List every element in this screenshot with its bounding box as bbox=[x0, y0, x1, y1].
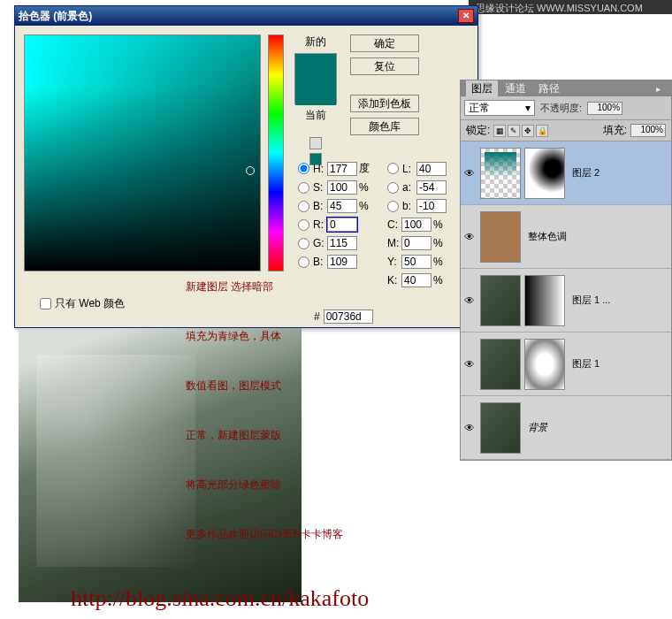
hex-label: # bbox=[314, 310, 320, 323]
color-picker-dialog: 拾色器 (前景色) ✕ 新的 当前 确定 复位 添加到色板 颜色库 bbox=[14, 5, 478, 328]
color-preview bbox=[294, 53, 337, 104]
h-input[interactable] bbox=[327, 162, 357, 176]
lock-transparent-icon[interactable]: ▦ bbox=[493, 125, 506, 137]
layer-mask bbox=[524, 148, 565, 199]
tab-layers[interactable]: 图层 bbox=[466, 80, 498, 97]
color-field[interactable] bbox=[24, 34, 261, 271]
layers-panel: 图层 通道 路径 ▸ 正常▾ 不透明度: 100% 锁定: ▦ ✎ ✥ 🔒 填充… bbox=[460, 80, 672, 461]
cancel-button[interactable]: 复位 bbox=[350, 57, 419, 75]
radio-a[interactable] bbox=[387, 182, 399, 194]
r-input[interactable] bbox=[327, 218, 357, 232]
color-values-grid: H:度 L: S:% a: B:% b: R: C:% G: M:% B: Y:… bbox=[298, 161, 466, 292]
warning-cube-icon[interactable] bbox=[309, 137, 322, 149]
layer-thumb bbox=[480, 339, 521, 390]
layer-row[interactable]: 👁 背景 bbox=[461, 396, 671, 460]
layer-thumb bbox=[480, 275, 521, 326]
visibility-icon[interactable]: 👁 bbox=[462, 358, 477, 371]
watermark-header: 思缘设计论坛 WWW.MISSYUAN.COM bbox=[469, 0, 672, 14]
dialog-titlebar[interactable]: 拾色器 (前景色) ✕ bbox=[15, 6, 477, 26]
c-input[interactable] bbox=[401, 218, 431, 232]
current-color-swatch bbox=[295, 80, 336, 105]
radio-bb[interactable] bbox=[387, 201, 399, 212]
layer-row[interactable]: 👁 图层 2 bbox=[461, 141, 671, 205]
lock-paint-icon[interactable]: ✎ bbox=[508, 125, 520, 137]
web-only-checkbox[interactable] bbox=[40, 298, 51, 310]
radio-h[interactable] bbox=[298, 163, 309, 174]
bb-input[interactable] bbox=[416, 199, 447, 213]
url-text: http://blog.sina.com.cn/kakafoto bbox=[71, 585, 369, 612]
l-input[interactable] bbox=[416, 162, 447, 176]
current-color-label: 当前 bbox=[305, 108, 326, 123]
chevron-down-icon: ▾ bbox=[525, 102, 531, 114]
y-input[interactable] bbox=[401, 255, 431, 269]
layer-row[interactable]: 👁 整体色调 bbox=[461, 205, 671, 269]
m-input[interactable] bbox=[401, 236, 431, 250]
add-swatch-button[interactable]: 添加到色板 bbox=[350, 95, 419, 112]
visibility-icon[interactable]: 👁 bbox=[462, 294, 477, 307]
bl-input[interactable] bbox=[327, 255, 357, 269]
layer-thumb bbox=[480, 148, 521, 199]
a-input[interactable] bbox=[416, 180, 447, 195]
radio-s[interactable] bbox=[298, 182, 309, 194]
panel-menu-icon[interactable]: ▸ bbox=[651, 83, 666, 95]
hue-slider[interactable] bbox=[268, 34, 284, 271]
new-color-label: 新的 bbox=[305, 34, 326, 50]
panel-tabs: 图层 通道 路径 ▸ bbox=[461, 80, 671, 96]
canvas-image bbox=[19, 328, 302, 602]
tab-paths[interactable]: 路径 bbox=[533, 80, 565, 97]
layer-row[interactable]: 👁 图层 1 bbox=[461, 332, 671, 396]
blend-mode-select[interactable]: 正常▾ bbox=[464, 100, 535, 116]
ok-button[interactable]: 确定 bbox=[350, 34, 419, 52]
new-color-swatch bbox=[295, 54, 336, 80]
layer-mask bbox=[524, 339, 565, 390]
s-input[interactable] bbox=[327, 180, 357, 195]
web-only-label: 只有 Web 颜色 bbox=[55, 296, 125, 311]
lock-move-icon[interactable]: ✥ bbox=[522, 125, 534, 137]
color-library-button[interactable]: 颜色库 bbox=[350, 118, 419, 135]
radio-bl[interactable] bbox=[298, 256, 309, 268]
lock-all-icon[interactable]: 🔒 bbox=[536, 125, 548, 137]
fill-input[interactable]: 100% bbox=[630, 124, 666, 137]
visibility-icon[interactable]: 👁 bbox=[462, 167, 477, 180]
layer-mask bbox=[524, 275, 565, 326]
radio-l[interactable] bbox=[387, 163, 399, 174]
opacity-input[interactable]: 100% bbox=[587, 102, 622, 115]
tab-channels[interactable]: 通道 bbox=[500, 80, 531, 97]
g-input[interactable] bbox=[327, 236, 357, 250]
radio-r[interactable] bbox=[298, 219, 309, 231]
layer-thumb bbox=[480, 402, 521, 454]
picker-cursor-icon bbox=[246, 166, 255, 175]
radio-b[interactable] bbox=[298, 201, 309, 212]
dialog-title: 拾色器 (前景色) bbox=[19, 9, 458, 24]
radio-g[interactable] bbox=[298, 238, 309, 249]
b-input[interactable] bbox=[327, 199, 357, 213]
hex-input[interactable] bbox=[324, 310, 373, 324]
visibility-icon[interactable]: 👁 bbox=[462, 231, 477, 243]
k-input[interactable] bbox=[401, 273, 431, 287]
close-icon[interactable]: ✕ bbox=[458, 9, 474, 23]
visibility-icon[interactable]: 👁 bbox=[462, 422, 477, 434]
layer-row[interactable]: 👁 图层 1 ... bbox=[461, 269, 671, 332]
layer-thumb bbox=[480, 211, 521, 263]
